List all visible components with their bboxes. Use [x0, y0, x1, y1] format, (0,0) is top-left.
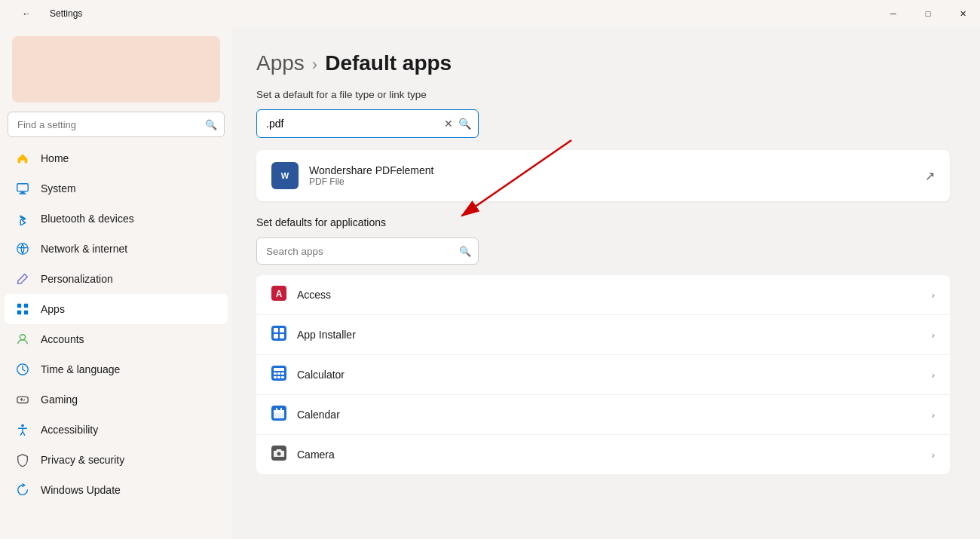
sidebar-item-network[interactable]: Network & internet	[5, 234, 228, 264]
chevron-icon-calendar: ›	[932, 409, 935, 421]
app-row-left: App Installer	[271, 326, 356, 344]
svg-point-7	[20, 335, 25, 340]
sidebar-item-time[interactable]: Time & language	[5, 354, 228, 384]
filetype-search-wrap: ✕ 🔍	[256, 109, 479, 138]
sidebar-item-accessibility[interactable]: Accessibility	[5, 415, 228, 445]
close-button[interactable]: ✕	[945, 0, 980, 27]
svg-rect-24	[281, 372, 284, 375]
filetype-result-card[interactable]: W Wondershare PDFelement PDF File ↗	[256, 150, 950, 201]
result-card-info: Wondershare PDFelement PDF File	[309, 164, 433, 187]
home-icon	[15, 151, 30, 166]
apps-search-input[interactable]	[256, 237, 479, 265]
apps-icon	[15, 302, 30, 317]
sidebar-item-label-accessibility: Accessibility	[41, 424, 98, 436]
result-app-name: Wondershare PDFelement	[309, 164, 433, 176]
user-avatar	[12, 36, 220, 103]
calculator-icon	[271, 366, 286, 384]
svg-rect-15	[271, 326, 286, 341]
svg-text:A: A	[276, 289, 283, 299]
back-icon: ←	[23, 9, 31, 18]
time-icon	[15, 362, 30, 377]
external-link-icon[interactable]: ↗	[925, 169, 935, 183]
nav-list: HomeSystemBluetooth & devicesNetwork & i…	[0, 143, 232, 505]
svg-rect-30	[274, 410, 284, 413]
sidebar-item-apps[interactable]: Apps	[5, 294, 228, 324]
svg-rect-5	[17, 311, 21, 314]
sidebar-search-wrap: 🔍	[8, 112, 225, 137]
sidebar-item-label-update: Windows Update	[41, 484, 121, 496]
sidebar-item-privacy[interactable]: Privacy & security	[5, 445, 228, 475]
svg-rect-6	[24, 311, 28, 314]
chevron-icon-calculator: ›	[932, 369, 935, 381]
minimize-button[interactable]: ─	[876, 0, 911, 27]
sidebar-item-label-apps: Apps	[41, 303, 65, 315]
breadcrumb-parent[interactable]: Apps	[256, 51, 305, 75]
svg-rect-16	[274, 328, 278, 332]
back-button[interactable]: ←	[9, 0, 44, 27]
privacy-icon	[15, 452, 30, 467]
svg-rect-32	[280, 408, 282, 411]
app-row-calculator[interactable]: Calculator›	[256, 355, 950, 395]
update-icon	[15, 482, 30, 498]
app-row-calendar[interactable]: Calendar›	[256, 395, 950, 435]
bluetooth-icon	[15, 211, 30, 226]
filetype-search-clear-icon[interactable]: ✕	[444, 118, 453, 130]
sidebar-search-input[interactable]	[8, 112, 225, 137]
sidebar-item-label-home: Home	[41, 152, 69, 164]
svg-rect-23	[277, 372, 280, 375]
sidebar: 🔍 HomeSystemBluetooth & devicesNetwork &…	[0, 27, 232, 539]
svg-rect-4	[24, 304, 28, 308]
sidebar-item-accounts[interactable]: Accounts	[5, 324, 228, 354]
app-row-camera[interactable]: Camera›	[256, 435, 950, 474]
accounts-icon	[15, 332, 30, 347]
camera-icon	[271, 446, 286, 464]
sidebar-item-bluetooth[interactable]: Bluetooth & devices	[5, 204, 228, 234]
app-name-camera: Camera	[297, 449, 335, 461]
breadcrumb-separator: ›	[312, 55, 317, 75]
maximize-button[interactable]: □	[911, 0, 945, 27]
svg-rect-2	[20, 193, 26, 194]
svg-rect-19	[280, 334, 284, 338]
page-title: Default apps	[325, 51, 452, 75]
sidebar-search-icon: 🔍	[205, 119, 217, 130]
svg-point-34	[277, 452, 281, 456]
sidebar-item-label-system: System	[41, 182, 76, 194]
sidebar-item-personalization[interactable]: Personalization	[5, 264, 228, 294]
sidebar-item-label-gaming: Gaming	[41, 394, 78, 406]
app-body: 🔍 HomeSystemBluetooth & devicesNetwork &…	[0, 27, 980, 539]
set-defaults-label: Set defaults for applications	[256, 216, 950, 228]
sidebar-item-gaming[interactable]: Gaming	[5, 384, 228, 415]
sidebar-item-update[interactable]: Windows Update	[5, 475, 228, 505]
app-name-appinstaller: App Installer	[297, 329, 356, 341]
svg-rect-18	[274, 334, 278, 338]
sidebar-item-label-time: Time & language	[41, 363, 120, 375]
titlebar-left: ← Settings	[9, 0, 82, 27]
chevron-icon-camera: ›	[932, 449, 935, 461]
sidebar-item-label-network: Network & internet	[41, 243, 127, 255]
sidebar-item-system[interactable]: System	[5, 173, 228, 204]
calendar-icon	[271, 406, 286, 424]
app-row-left: Camera	[271, 446, 335, 464]
sidebar-item-label-personalization: Personalization	[41, 273, 113, 285]
svg-rect-3	[17, 304, 21, 308]
svg-rect-27	[281, 376, 284, 378]
titlebar-controls: ─ □ ✕	[876, 0, 980, 27]
result-app-sub: PDF File	[309, 176, 433, 187]
apps-search-icon: 🔍	[459, 246, 471, 257]
svg-rect-31	[276, 408, 277, 411]
chevron-icon-access: ›	[932, 289, 935, 301]
chevron-icon-appinstaller: ›	[932, 329, 935, 341]
apps-search-wrap: 🔍	[256, 237, 479, 265]
sidebar-item-label-accounts: Accounts	[41, 333, 84, 345]
accessibility-icon	[15, 422, 30, 437]
system-icon	[15, 181, 30, 196]
svg-rect-22	[274, 372, 277, 375]
result-card-left: W Wondershare PDFelement PDF File	[271, 162, 433, 189]
filetype-label: Set a default for a file type or link ty…	[256, 89, 950, 100]
app-row-access[interactable]: AAccess›	[256, 275, 950, 315]
access-icon: A	[271, 286, 286, 304]
filetype-search-icon: 🔍	[458, 118, 471, 130]
sidebar-item-label-privacy: Privacy & security	[41, 454, 124, 466]
sidebar-item-home[interactable]: Home	[5, 143, 228, 173]
app-row-appinstaller[interactable]: App Installer›	[256, 315, 950, 355]
